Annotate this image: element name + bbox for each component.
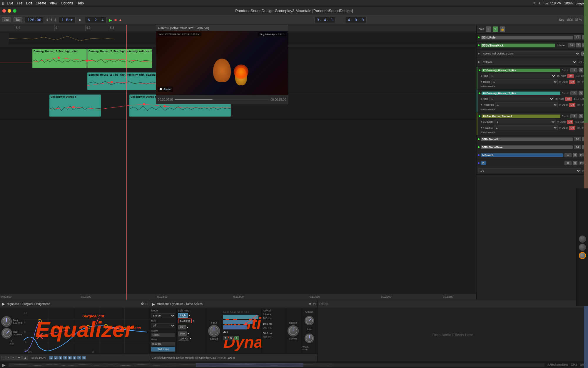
- presence-select-18[interactable]: 1: [495, 102, 558, 107]
- mb-high-toggle[interactable]: ●: [189, 314, 190, 317]
- drop-zone-area[interactable]: Drop Audio Effects Here: [318, 308, 588, 362]
- mb-output-knob-1[interactable]: [288, 325, 299, 336]
- mb-b-btn[interactable]: B: [229, 336, 233, 340]
- half-select[interactable]: 1/2: [478, 168, 581, 173]
- eq-off-19[interactable]: Off: [567, 120, 573, 124]
- ch-s-btn-19[interactable]: S: [579, 114, 583, 118]
- timeline-overview[interactable]: [9, 363, 544, 367]
- treble-off-17[interactable]: Off: [569, 80, 575, 84]
- gain-off-19[interactable]: Off: [569, 126, 575, 130]
- ch-s-btn-18[interactable]: S: [579, 91, 583, 95]
- mb-low-toggle[interactable]: ●: [188, 332, 189, 335]
- mixer-add-button[interactable]: +: [486, 26, 491, 32]
- mb-soft-knee-btn[interactable]: Soft Knee: [151, 347, 175, 352]
- amp-val1-18: -11.5: [573, 97, 579, 100]
- eq-mode-btn3[interactable]: ~: [11, 356, 16, 360]
- eq-mode-btn5[interactable]: ▲: [22, 356, 28, 360]
- menu-view[interactable]: View: [50, 1, 57, 5]
- menu-options[interactable]: Options: [61, 1, 73, 5]
- mb-low-btn[interactable]: Low: [178, 331, 187, 336]
- transport-play-icon[interactable]: ▶: [2, 363, 6, 367]
- eq-settings-icon[interactable]: ⚙: [141, 302, 144, 306]
- eq-mode-btn2[interactable]: ⌁: [6, 356, 11, 360]
- eq-title: Highpass + Surgical + Brightness: [7, 302, 50, 306]
- ch-s-btn-stonekick[interactable]: S: [576, 43, 581, 47]
- time-sig[interactable]: 4 / 4: [46, 18, 52, 21]
- ch-s-btn-b[interactable]: S: [573, 161, 577, 165]
- presence-off-18[interactable]: Off: [569, 103, 575, 107]
- pos3-display[interactable]: 4. 0. 0: [345, 17, 367, 23]
- mb-high-btn[interactable]: High: [178, 313, 188, 318]
- eq-power-icon[interactable]: ▶: [2, 301, 5, 306]
- tap-button[interactable]: Tap: [14, 17, 22, 22]
- mb-width-knob[interactable]: [305, 334, 314, 343]
- side-knob-2[interactable]: [579, 244, 586, 251]
- reverb-select[interactable]: Reverb Tail Optimize Gate: [481, 51, 580, 56]
- mb-low-freq[interactable]: 120 Hz: [178, 336, 189, 341]
- gain-select-19[interactable]: 1: [494, 125, 558, 130]
- mb-t-btn[interactable]: T: [223, 336, 228, 340]
- mixer-edit-button[interactable]: ✎: [493, 26, 498, 32]
- amp-off-18[interactable]: Off: [565, 97, 572, 101]
- mb-time-knob[interactable]: [305, 316, 314, 325]
- eq-mode-btn4[interactable]: ▼: [16, 356, 22, 360]
- menu-file[interactable]: File: [17, 1, 22, 5]
- eq-band-8[interactable]: 8: [82, 356, 86, 359]
- amp-off-17[interactable]: Off: [567, 74, 574, 78]
- menu-edit[interactable]: Edit: [26, 1, 32, 5]
- link-button[interactable]: Link: [2, 17, 11, 22]
- mb-power-icon[interactable]: ▶: [152, 302, 155, 306]
- split-freq-label: Split Freq: [178, 309, 205, 312]
- record-button[interactable]: ●: [119, 18, 121, 22]
- mb-mid-btn[interactable]: Mid: [178, 325, 186, 329]
- mb-high-freq[interactable]: 4.03 kHz: [178, 319, 192, 323]
- eq-band-5[interactable]: 5: [68, 356, 72, 359]
- eq-band-7[interactable]: 7: [77, 356, 81, 359]
- game-chat: 💬 เดีนหน้า: [158, 87, 173, 92]
- close-button[interactable]: [2, 9, 6, 13]
- loop-display[interactable]: 1 Bar: [59, 17, 76, 23]
- amp-select-17[interactable]: 1: [489, 74, 556, 78]
- mb-a-btn[interactable]: A: [234, 336, 239, 340]
- mb-edit-select[interactable]: Off: [151, 323, 175, 328]
- eq-expand-icon[interactable]: □: [146, 302, 148, 306]
- pos1-display[interactable]: 6. 2. 4: [85, 17, 106, 23]
- maximize-button[interactable]: [13, 9, 16, 13]
- mixer-lock-button[interactable]: 🔒: [500, 26, 505, 32]
- mb-input-knob[interactable]: [208, 325, 220, 337]
- side-knob-3[interactable]: [579, 252, 586, 259]
- eq-band-3[interactable]: 3: [59, 356, 62, 359]
- eq-band-1[interactable]: 1: [49, 356, 53, 359]
- mb-mid-toggle[interactable]: ●: [187, 326, 188, 329]
- pos2-display[interactable]: 3. 4. 1: [314, 17, 336, 23]
- menu-live[interactable]: Live: [7, 1, 13, 5]
- menu-help[interactable]: Help: [76, 1, 84, 5]
- stop-button[interactable]: ■: [114, 18, 117, 22]
- mb-settings-icon[interactable]: ⚙: [308, 302, 312, 306]
- mb-expand-icon[interactable]: □: [313, 302, 315, 306]
- video-progress[interactable]: [175, 99, 269, 100]
- eq-band-4[interactable]: 4: [63, 356, 67, 359]
- treble-select-17[interactable]: 1: [491, 79, 558, 84]
- mac-time: Tue 7:18 PM: [543, 1, 562, 5]
- mb-high-freq-toggle[interactable]: ●: [193, 319, 194, 322]
- mb-low-freq-toggle[interactable]: ●: [190, 337, 191, 340]
- overview-viewport[interactable]: [196, 363, 303, 367]
- release-select[interactable]: Release: [481, 60, 577, 64]
- ch-s-btn-areverb[interactable]: S: [573, 153, 577, 157]
- mb-mode-select[interactable]: Stereo: [151, 313, 175, 318]
- eq-band-2[interactable]: 2: [54, 356, 58, 359]
- eq-band-6[interactable]: 6: [73, 356, 76, 359]
- eq-gain-knob[interactable]: [1, 328, 12, 339]
- play-button[interactable]: ▶: [109, 18, 112, 22]
- amp-select-18[interactable]: 1: [489, 97, 554, 101]
- eq-freq-knob[interactable]: [1, 316, 12, 327]
- bpm-display[interactable]: 120.00: [25, 17, 44, 23]
- ch-s-btn-17[interactable]: S: [579, 68, 583, 72]
- eq-mode-btn1[interactable]: ⎯: [1, 356, 6, 360]
- side-knob-1[interactable]: [579, 236, 586, 243]
- minimize-button[interactable]: [8, 9, 11, 13]
- mb-freq-bars: 607050403020100 -6.2: [223, 311, 258, 340]
- eq-select-19[interactable]: 1: [495, 120, 556, 124]
- menu-create[interactable]: Create: [36, 1, 46, 5]
